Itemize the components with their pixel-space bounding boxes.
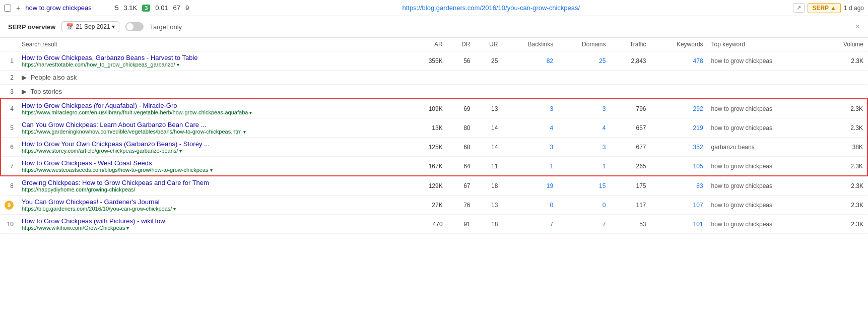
chevron-down-icon: ▾ [112, 23, 115, 30]
cell-keywords[interactable]: 107 [650, 196, 707, 215]
cell-ur: 13 [475, 99, 502, 118]
result-title[interactable]: Growing Chickpeas: How to Grow Chickpeas… [22, 179, 406, 186]
cell-dr: 69 [447, 99, 475, 118]
url-dropdown-icon[interactable]: ▾ [243, 129, 246, 135]
result-title[interactable]: You Can Grow Chickpeas! - Gardener's Jou… [22, 198, 406, 206]
cell-volume: 2.3K [821, 99, 867, 118]
result-url[interactable]: https://www.wikihow.com/Grow-Chickpeas ▾ [22, 225, 406, 231]
result-title[interactable]: How to Grow Chickpeas, Garbanzo Beans - … [22, 54, 406, 61]
cell-keywords[interactable]: 219 [650, 118, 707, 138]
result-cell: How to Grow Chickpeas (with Pictures) - … [18, 215, 410, 234]
cell-domains[interactable]: 15 [557, 176, 610, 196]
metric-2: 3.1K [123, 4, 137, 12]
cell-domains[interactable]: 25 [557, 51, 610, 71]
table-row: 9 You Can Grow Chickpeas! - Gardener's J… [1, 196, 867, 215]
result-url[interactable]: https://www.westcoastseeds.com/blogs/how… [22, 167, 406, 173]
top-bar: + how to grow chickpeas 5 3.1K 3 0.01 67… [0, 0, 868, 16]
cell-backlinks[interactable]: 3 [502, 138, 557, 157]
result-url[interactable]: https://blog.gardeners.com/2016/10/you-c… [22, 206, 406, 212]
cell-volume: 2.3K [821, 51, 867, 71]
url-dropdown-icon[interactable]: ▾ [177, 62, 179, 68]
cell-keywords[interactable]: 105 [650, 157, 707, 176]
time-ago: 1 d ago [844, 5, 864, 12]
row-number: 8 [1, 176, 18, 196]
cell-top-keyword: how to grow chickpeas [707, 51, 821, 71]
url-dropdown-icon[interactable]: ▾ [179, 148, 182, 154]
cell-dr: 80 [447, 118, 475, 138]
cell-ar: 355K [410, 51, 446, 71]
cell-ur: 14 [475, 138, 502, 157]
cell-volume: 38K [821, 138, 867, 157]
result-title[interactable]: How to Grow Chickpeas - West Coast Seeds [22, 159, 406, 167]
cell-traffic: 796 [610, 99, 650, 118]
toggle-switch[interactable] [125, 22, 144, 31]
circle-badge: 9 [5, 201, 14, 210]
row-checkbox[interactable] [4, 5, 11, 12]
date-picker-button[interactable]: 📅 21 Sep 2021 ▾ [61, 21, 119, 32]
keyword-text: how to grow chickpeas [25, 4, 106, 12]
cell-backlinks[interactable]: 3 [502, 99, 557, 118]
chart-button[interactable]: ↗ [793, 3, 805, 13]
cell-keywords[interactable]: 478 [650, 51, 707, 71]
cell-domains[interactable]: 3 [557, 138, 610, 157]
cell-backlinks[interactable]: 1 [502, 157, 557, 176]
expand-arrow-icon[interactable]: ▶ [22, 74, 27, 81]
cell-keywords[interactable]: 292 [650, 99, 707, 118]
row-number: 9 [1, 196, 18, 215]
cell-backlinks[interactable]: 4 [502, 118, 557, 138]
cell-ur: 18 [475, 215, 502, 234]
top-bar-url[interactable]: https://blog.gardeners.com/2016/10/you-c… [194, 4, 788, 12]
add-icon[interactable]: + [16, 4, 20, 12]
serp-header: SERP overview 📅 21 Sep 2021 ▾ Target onl… [0, 16, 868, 38]
cell-keywords[interactable]: 101 [650, 215, 707, 234]
serp-button[interactable]: SERP ▲ [808, 3, 841, 13]
result-title[interactable]: Can You Grow Chickpeas: Learn About Garb… [22, 121, 406, 129]
cell-top-keyword: how to grow chickpeas [707, 118, 821, 138]
url-dropdown-icon[interactable]: ▾ [210, 167, 213, 173]
cell-domains[interactable]: 0 [557, 196, 610, 215]
url-dropdown-icon[interactable]: ▾ [126, 225, 129, 231]
cell-ar: 470 [410, 215, 446, 234]
cell-backlinks[interactable]: 82 [502, 51, 557, 71]
badge-green: 3 [142, 5, 150, 12]
cell-keywords[interactable]: 352 [650, 138, 707, 157]
result-title[interactable]: How to Grow Chickpeas (for Aquafaba!) - … [22, 102, 406, 109]
cell-backlinks[interactable]: 7 [502, 215, 557, 234]
col-volume: Volume [821, 38, 867, 51]
cell-traffic: 677 [610, 138, 650, 157]
cell-top-keyword: how to grow chickpeas [707, 176, 821, 196]
cell-volume: 2.3K [821, 176, 867, 196]
cell-ar: 167K [410, 157, 446, 176]
close-button[interactable]: × [855, 22, 860, 31]
url-dropdown-icon[interactable]: ▾ [173, 206, 176, 212]
cell-domains[interactable]: 4 [557, 118, 610, 138]
cell-traffic: 265 [610, 157, 650, 176]
col-top-keyword: Top keyword [707, 38, 821, 51]
cell-keywords[interactable]: 83 [650, 176, 707, 196]
cell-domains[interactable]: 7 [557, 215, 610, 234]
result-url[interactable]: https://www.storey.com/article/grow-chic… [22, 148, 406, 154]
row-number: 5 [1, 118, 18, 138]
top-bar-actions: ↗ SERP ▲ 1 d ago ↗ [793, 3, 864, 13]
row-number: 7 [1, 157, 18, 176]
cell-domains[interactable]: 1 [557, 157, 610, 176]
result-title[interactable]: How to Grow Chickpeas (with Pictures) - … [22, 217, 406, 225]
result-url[interactable]: https://happydiyhome.com/growing-chickpe… [22, 186, 406, 193]
result-url[interactable]: https://harvesttotable.com/how_to_grow_c… [22, 61, 406, 68]
result-url[interactable]: https://www.miraclegro.com/en-us/library… [22, 109, 406, 115]
table-row: 3 ▶ Top stories [1, 85, 867, 99]
calendar-icon: 📅 [66, 23, 74, 30]
col-search-result: Search result [18, 38, 410, 51]
col-keywords: Keywords [650, 38, 707, 51]
cell-ur: 25 [475, 51, 502, 71]
result-url[interactable]: https://www.gardeningknowhow.com/edible/… [22, 129, 406, 135]
url-dropdown-icon[interactable]: ▾ [249, 110, 252, 115]
table-row: 2 ▶ People also ask [1, 71, 867, 85]
expand-arrow-icon[interactable]: ▶ [22, 88, 27, 95]
cell-domains[interactable]: 3 [557, 99, 610, 118]
metric-4: 67 [173, 4, 180, 12]
table-row: 6 How to Grow Your Own Chickpeas (Garban… [1, 138, 867, 157]
cell-backlinks[interactable]: 19 [502, 176, 557, 196]
result-title[interactable]: How to Grow Your Own Chickpeas (Garbanzo… [22, 140, 406, 148]
cell-backlinks[interactable]: 0 [502, 196, 557, 215]
